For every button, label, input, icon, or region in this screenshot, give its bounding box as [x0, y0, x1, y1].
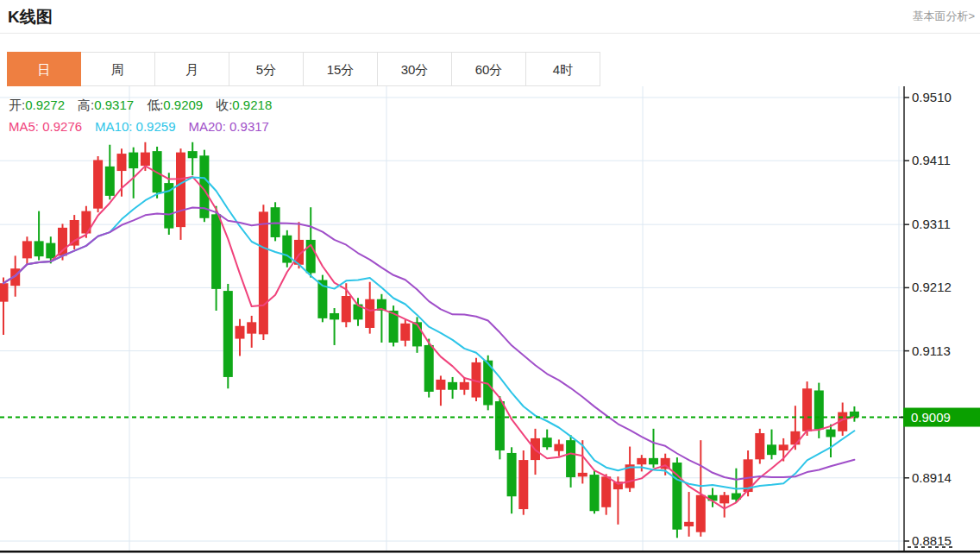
candle-body-down	[767, 444, 776, 455]
candle[interactable]	[802, 381, 812, 436]
candle[interactable]	[826, 425, 836, 457]
ohlc-open-value: 0.9272	[25, 98, 65, 112]
candle[interactable]	[223, 284, 233, 388]
candle-body-down	[129, 153, 138, 168]
y-tick-label: 0.8914	[912, 470, 952, 485]
candle-body-down	[46, 243, 55, 259]
tab-day[interactable]: 日	[7, 52, 81, 86]
tab-week[interactable]: 周	[81, 52, 155, 86]
candle[interactable]	[188, 142, 198, 175]
candle[interactable]	[850, 406, 859, 422]
candle[interactable]	[211, 206, 221, 311]
y-tick-label: 0.8815	[912, 533, 952, 548]
candle[interactable]	[448, 377, 457, 399]
candle[interactable]	[247, 316, 256, 348]
candle[interactable]	[129, 148, 138, 198]
ma20-legend: MA20: 0.9317	[189, 119, 269, 134]
candle-body-down	[507, 453, 517, 496]
candle[interactable]	[708, 488, 718, 507]
candle[interactable]	[649, 429, 658, 468]
ohlc-open-label: 开:	[9, 98, 25, 112]
candle[interactable]	[625, 447, 635, 493]
candle-body-down	[566, 440, 575, 477]
ohlc-close: 收:0.9218	[216, 98, 272, 112]
candle[interactable]	[661, 454, 670, 475]
ma5-value: 0.9276	[42, 119, 82, 134]
candle-body-up	[578, 473, 587, 476]
tab-5min[interactable]: 5分	[229, 52, 304, 86]
candle[interactable]	[696, 440, 706, 537]
candle[interactable]	[755, 429, 764, 464]
candle[interactable]	[601, 474, 611, 514]
candle-body-up	[436, 380, 445, 390]
candle-body-up	[779, 444, 788, 450]
candle-body-down	[211, 214, 221, 289]
candle[interactable]	[566, 435, 575, 488]
candle[interactable]	[543, 430, 552, 450]
candle[interactable]	[271, 202, 280, 241]
candle[interactable]	[22, 236, 32, 265]
candle-body-up	[117, 154, 127, 171]
tab-month[interactable]: 月	[155, 52, 229, 86]
candle-body-up	[342, 296, 351, 322]
candle[interactable]	[236, 319, 245, 356]
candle-body-up	[141, 153, 150, 167]
y-tick-label: 0.9510	[912, 90, 952, 104]
candle-body-up	[0, 283, 9, 301]
tab-60min[interactable]: 60分	[452, 52, 526, 86]
candle-body-up	[802, 388, 812, 431]
ohlc-close-value: 0.9218	[232, 98, 272, 112]
candle-body-up	[460, 382, 469, 390]
candle[interactable]	[767, 430, 776, 460]
ohlc-open: 开:0.9272	[9, 98, 65, 112]
candle[interactable]	[35, 211, 44, 261]
candle[interactable]	[672, 457, 682, 538]
ma5-label: MA5:	[9, 119, 42, 134]
candle[interactable]	[590, 470, 600, 513]
candle[interactable]	[436, 375, 445, 406]
candle[interactable]	[554, 439, 563, 456]
candle[interactable]	[282, 230, 292, 268]
candle[interactable]	[790, 406, 800, 450]
candle[interactable]	[330, 308, 339, 345]
candle[interactable]	[365, 282, 374, 334]
candle[interactable]	[93, 156, 103, 212]
candle[interactable]	[306, 207, 316, 277]
candle-body-down	[590, 475, 600, 511]
tab-15min[interactable]: 15分	[304, 52, 378, 86]
candle-body-up	[365, 299, 374, 328]
candle-body-down	[649, 458, 658, 464]
ma10-value: 0.9259	[136, 119, 176, 134]
ohlc-high-value: 0.9317	[94, 98, 134, 112]
ma5-legend: MA5: 0.9276	[9, 119, 82, 134]
tab-4hour[interactable]: 4时	[526, 52, 600, 86]
candle[interactable]	[0, 278, 9, 336]
ma-legend: MA5: 0.9276MA10: 0.9259MA20: 0.9317	[9, 119, 282, 134]
y-tick-label: 0.9311	[912, 217, 951, 231]
ma10-legend: MA10: 0.9259	[95, 119, 175, 134]
current-price-label: 0.9009	[911, 410, 951, 425]
candle-body-up	[247, 322, 256, 333]
candle-body-up	[696, 495, 706, 532]
candle[interactable]	[105, 145, 115, 200]
candle-body-up	[22, 241, 32, 258]
candle-body-up	[719, 495, 729, 504]
candle[interactable]	[684, 492, 694, 537]
candle[interactable]	[637, 455, 646, 471]
candle[interactable]	[400, 319, 410, 346]
candle[interactable]	[176, 148, 185, 240]
candle-body-up	[400, 324, 410, 341]
timeframe-tabbar: 日周月5分15分30分60分4时	[7, 52, 600, 86]
candle[interactable]	[518, 450, 528, 515]
candle-body-up	[755, 433, 764, 459]
candle[interactable]	[164, 173, 173, 235]
ma20-label: MA20:	[189, 119, 230, 134]
candle-body-down	[105, 167, 115, 196]
candle[interactable]	[377, 294, 386, 343]
candle-body-down	[188, 151, 198, 158]
candle-body-up	[518, 460, 528, 509]
tab-30min[interactable]: 30分	[378, 52, 452, 86]
candle[interactable]	[507, 447, 517, 513]
candle[interactable]	[719, 492, 729, 518]
candle[interactable]	[732, 469, 741, 502]
